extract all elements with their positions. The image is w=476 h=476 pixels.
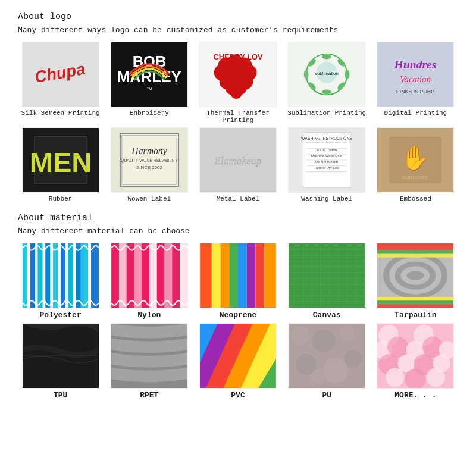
material-item-polyester: Polyester	[18, 243, 103, 320]
svg-rect-90	[142, 243, 149, 308]
svg-rect-70	[37, 243, 42, 308]
logo-item-chupa: Chupa Silk Sereen Printing	[18, 42, 103, 124]
about-logo-title: About logo	[18, 12, 458, 22]
svg-rect-79	[73, 243, 76, 308]
svg-rect-86	[111, 243, 119, 308]
svg-rect-134	[378, 297, 454, 300]
svg-point-28	[345, 70, 350, 79]
svg-rect-136	[378, 304, 454, 308]
svg-text:Tumble Dry Low: Tumble Dry Low	[314, 166, 340, 170]
svg-rect-133	[378, 254, 454, 258]
about-material-title: About material	[18, 213, 458, 223]
svg-rect-74	[53, 243, 58, 308]
svg-text:WASHING INSTRUCTIONS: WASHING INSTRUCTIONS	[301, 136, 352, 140]
logo-item-embossed: ✋ EMBOSSED Embossed	[373, 127, 458, 202]
svg-point-150	[322, 358, 348, 383]
svg-point-130	[407, 271, 424, 280]
svg-rect-87	[119, 243, 127, 308]
svg-rect-93	[164, 243, 172, 308]
svg-text:QUALITY VALUE RELIABILITY: QUALITY VALUE RELIABILITY	[121, 158, 178, 163]
svg-rect-106	[289, 243, 365, 308]
svg-text:Harmony: Harmony	[131, 146, 167, 156]
svg-point-152	[311, 369, 325, 384]
svg-text:CHERRY LOV: CHERRY LOV	[214, 52, 263, 61]
logo-item-metal: Elamakeup Elamakeup Metal Label	[195, 127, 280, 202]
svg-rect-97	[200, 243, 212, 308]
logo-item-bob: BOB MARLEY ™ Enbroidery	[107, 42, 192, 124]
svg-point-148	[340, 325, 355, 340]
svg-rect-100	[229, 243, 238, 308]
svg-point-146	[292, 327, 309, 344]
svg-rect-67	[27, 243, 30, 308]
logo-grid: Chupa Silk Sereen Printing BOB MARLEY ™ …	[18, 42, 458, 202]
svg-rect-80	[76, 243, 80, 308]
logo-item-sublim: sublimation Sublimation Printing	[284, 42, 369, 124]
svg-rect-131	[378, 243, 454, 250]
svg-rect-135	[378, 300, 454, 304]
svg-rect-68	[30, 243, 35, 308]
svg-point-151	[345, 350, 362, 367]
svg-rect-94	[172, 243, 180, 308]
svg-text:Do Not Bleach: Do Not Bleach	[315, 160, 338, 164]
logo-item-harmony: Harmony QUALITY VALUE RELIABILITY SINCE …	[107, 127, 192, 202]
material-item-canvas: Canvas	[284, 243, 369, 320]
logo-item-cherry: CHERRY LOV Thermal Transfer Printing	[195, 42, 280, 124]
svg-rect-101	[238, 243, 247, 308]
material-item-rpet: RPET	[107, 323, 192, 400]
svg-rect-78	[68, 243, 73, 308]
svg-rect-77	[65, 243, 68, 308]
svg-point-30	[322, 55, 331, 60]
svg-text:Machine Wash Cold: Machine Wash Cold	[311, 154, 342, 158]
svg-point-167	[386, 368, 404, 387]
svg-text:sublimation: sublimation	[315, 71, 339, 76]
svg-rect-104	[264, 243, 276, 308]
svg-rect-76	[61, 243, 65, 308]
svg-text:SINCE 2002: SINCE 2002	[136, 165, 162, 170]
svg-rect-69	[35, 243, 37, 308]
logo-item-washing: WASHING INSTRUCTIONS 100% Cotton Machine…	[284, 127, 369, 202]
svg-rect-132	[378, 250, 454, 254]
svg-text:Vacation: Vacation	[400, 74, 431, 84]
svg-rect-66	[23, 243, 27, 308]
svg-rect-89	[134, 243, 142, 308]
material-grid: Polyester Nylon	[18, 243, 458, 400]
svg-rect-73	[50, 243, 53, 308]
material-item-more: MORE. . .	[373, 323, 458, 400]
svg-point-26	[322, 90, 331, 95]
material-item-nylon: Nylon	[107, 243, 192, 320]
svg-rect-102	[247, 243, 256, 308]
material-item-pu: PU	[284, 323, 369, 400]
svg-text:PINKS IS PURP: PINKS IS PURP	[396, 89, 434, 95]
svg-rect-84	[91, 243, 99, 308]
logo-item-hundred: Hundres Vacation PINKS IS PURP Digital P…	[373, 42, 458, 124]
svg-rect-72	[45, 243, 50, 308]
material-item-tarpaulin: Tarpaulin	[373, 243, 458, 320]
svg-rect-83	[88, 243, 91, 308]
svg-point-19	[230, 87, 242, 99]
about-logo-subtitle: Many different ways logo can be customiz…	[18, 26, 458, 35]
svg-text:MEN: MEN	[29, 146, 92, 178]
svg-rect-99	[221, 243, 230, 308]
svg-point-147	[312, 330, 336, 353]
svg-rect-98	[212, 243, 221, 308]
material-item-tpu: TPU	[18, 323, 103, 400]
svg-rect-81	[80, 243, 83, 308]
svg-text:✋: ✋	[401, 144, 430, 172]
svg-point-24	[304, 70, 309, 79]
svg-rect-82	[83, 243, 88, 308]
material-item-pvc: PVC	[195, 323, 280, 400]
svg-text:100% Cotton: 100% Cotton	[317, 148, 337, 152]
svg-rect-88	[126, 243, 134, 308]
svg-rect-92	[157, 243, 165, 308]
svg-text:Hundres: Hundres	[394, 58, 437, 71]
svg-text:Elamakeup: Elamakeup	[214, 154, 262, 166]
svg-rect-75	[58, 243, 61, 308]
svg-rect-95	[180, 243, 187, 308]
svg-rect-71	[42, 243, 45, 308]
svg-point-169	[427, 368, 445, 387]
svg-text:™: ™	[146, 86, 152, 93]
logo-item-men: MEN Rubber	[18, 127, 103, 202]
svg-rect-103	[255, 243, 264, 308]
about-material-subtitle: Many different material can be choose	[18, 227, 458, 236]
material-item-neoprene: Neoprene	[195, 243, 280, 320]
